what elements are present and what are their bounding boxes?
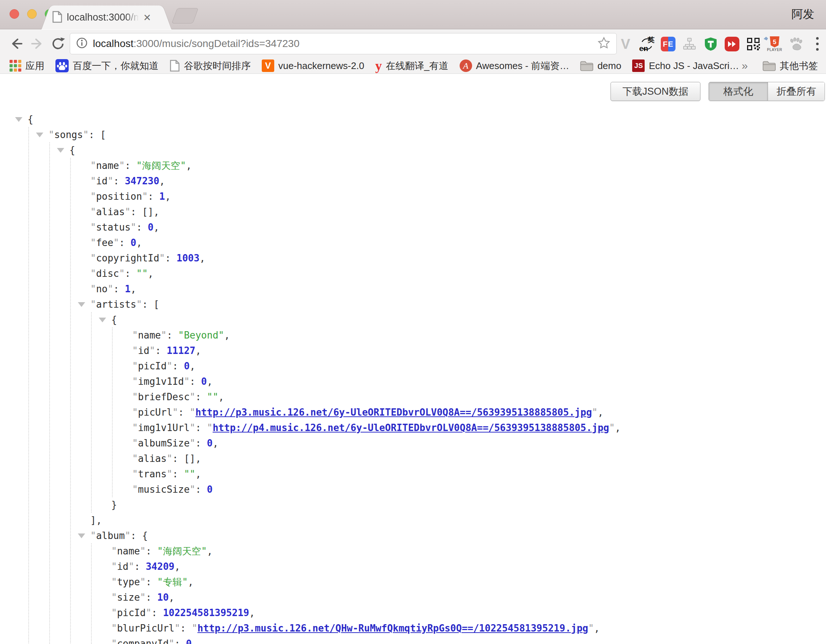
json-children: "name": "海阔天空","id": 347230,"position": … [70,158,621,644]
json-number-value: 1 [159,191,165,202]
paw-icon[interactable] [788,35,804,53]
url-text[interactable]: localhost:3000/music/songDetail?ids=3472… [93,38,597,50]
json-colon: : [195,438,206,448]
bookmark-label: 百度一下，你就知道 [73,59,158,72]
json-comma: , [174,561,180,572]
json-key: picUrl [138,407,172,418]
bookmark-item[interactable]: AAwesomes - 前端资… [460,59,570,72]
bookmark-item[interactable]: 谷歌按时间排序 [169,59,251,72]
bookmarks-overflow-icon[interactable]: » [742,59,748,72]
fast-forward-icon[interactable] [724,35,740,53]
json-comma: , [195,453,201,464]
vue-devtools-icon[interactable]: V [618,35,633,53]
collapse-toggle-icon[interactable] [57,148,64,153]
new-tab-button[interactable] [171,8,198,23]
json-colon: : [113,284,125,295]
json-number-value: 0 [207,438,213,448]
json-children: {"name": "Beyond","id": 11127,"picId": 0… [91,312,621,512]
json-string-value: "专辑" [157,576,188,587]
collapse-all-button[interactable]: 折叠所有 [768,82,824,101]
json-link-value[interactable]: http://p3.music.126.net/QHw-RuMwfQkmqtiy… [197,623,588,634]
menu-dots-icon[interactable] [809,35,825,53]
json-quote: " [169,638,175,644]
bookmark-item[interactable]: 百度一下，你就知道 [56,59,158,72]
json-quote: " [90,268,96,279]
address-bar[interactable]: localhost:3000/music/songDetail?ids=3472… [70,33,617,54]
bookmark-item[interactable]: Vvue-hackernews-2.0 [262,59,364,72]
bookmark-item[interactable]: y在线翻译_有道 [375,59,448,72]
json-colon: : [190,376,201,387]
json-line: "no": 1, [90,281,621,297]
json-quote: " [184,376,190,387]
json-number-value: 11127 [167,345,195,356]
json-line: "name": "海阔天空", [111,543,621,559]
json-close-bracket: } [111,499,117,511]
shield-t-icon[interactable] [703,35,719,53]
forward-button[interactable] [29,35,46,53]
bookmark-item[interactable]: demo [580,60,621,71]
json-line: "copyrightId": 1003, [90,250,621,266]
json-line: "fee": 0, [90,235,621,250]
json-key: briefDesc [138,391,190,402]
collapse-toggle-icon[interactable] [36,133,43,137]
json-quote: " [107,284,113,295]
json-quote: " [132,453,138,464]
back-button[interactable] [7,35,25,53]
close-window-button[interactable] [9,9,19,19]
json-line: "picId": 102254581395219, [111,605,621,621]
json-colon: : [125,268,136,279]
tab-close-icon[interactable]: ✕ [143,13,151,22]
page-favicon-icon [52,11,62,25]
json-quote: " [131,222,137,233]
format-button[interactable]: 格式化 [709,82,768,101]
profile-name[interactable]: 阿发 [792,6,814,22]
bookmark-item[interactable]: JSEcho JS - JavaScri… [632,59,739,72]
bookmark-star-icon[interactable] [597,36,610,51]
json-open-bracket: { [69,145,75,156]
site-info-icon[interactable] [76,37,88,50]
json-quote: " [190,407,196,418]
download-json-button[interactable]: 下载JSON数据 [610,82,700,101]
echojs-icon: JS [632,59,644,72]
json-quote: " [142,191,148,202]
json-colon: : [152,607,163,618]
bookmarks-left: 应用百度一下，你就知道谷歌按时间排序Vvue-hackernews-2.0y在线… [0,59,739,72]
json-quote: " [90,299,96,310]
collapse-toggle-icon[interactable] [99,318,106,322]
json-quote: " [90,253,96,264]
bookmark-item[interactable]: 应用 [9,59,44,72]
sitemap-icon[interactable] [682,35,697,53]
json-link-value[interactable]: http://p4.music.126.net/6y-UleORITEDbvrO… [213,422,609,433]
bookmarks-right: » 其他书签 [742,59,818,72]
browser-tab[interactable]: localhost:3000/music/songDet ✕ [55,6,158,29]
fehelper-icon[interactable]: FE [660,35,676,53]
qrcode-icon[interactable] [745,35,761,53]
json-string-value: "" [136,268,148,279]
json-line: "alias": [], [90,204,621,220]
json-line: "type": "专辑", [111,574,621,590]
url-host: localhost [93,38,134,49]
svg-text:5: 5 [773,39,776,45]
minimize-window-button[interactable] [27,9,37,19]
json-key: name [96,160,119,171]
json-string-value: "" [184,469,195,480]
json-quote: " [167,360,172,372]
json-colon: : [125,160,136,171]
reload-button[interactable] [49,35,67,53]
json-line: "picUrl": "http://p3.music.126.net/6y-Ul… [132,405,621,420]
collapse-toggle-icon[interactable] [78,534,85,538]
json-quote: " [111,607,117,618]
json-link-value[interactable]: http://p3.music.126.net/6y-UleORITEDbvrO… [195,407,592,418]
translate-icon[interactable]: 英en [639,35,655,53]
json-colon: : [155,345,167,356]
collapse-toggle-icon[interactable] [15,117,22,122]
json-key: id [138,345,149,356]
json-comma: , [219,391,224,402]
json-comma: , [195,345,201,356]
collapse-toggle-icon[interactable] [78,302,85,307]
json-colon: : [142,299,154,310]
bookmark-item[interactable]: 其他书签 [762,59,818,72]
json-key: blurPicUrl [117,623,175,634]
json-colon: : [113,175,125,186]
html5-player-icon[interactable]: 5PLAYER [767,35,783,53]
